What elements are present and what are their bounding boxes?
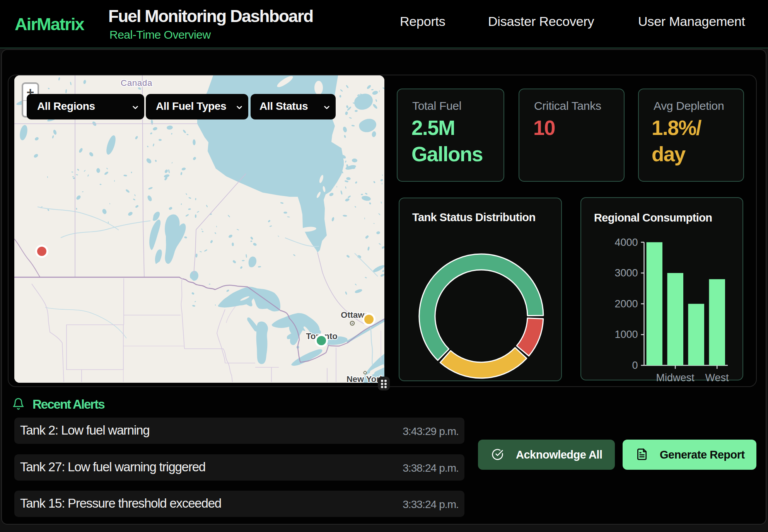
svg-text:2000: 2000: [614, 298, 638, 310]
svg-text:Canada: Canada: [121, 78, 152, 88]
svg-text:Midwest: Midwest: [656, 372, 695, 381]
svg-text:4000: 4000: [614, 237, 638, 248]
svg-text:West: West: [705, 372, 729, 381]
svg-text:0: 0: [632, 360, 638, 371]
svg-text:1000: 1000: [614, 329, 638, 340]
svg-text:3000: 3000: [614, 267, 638, 279]
